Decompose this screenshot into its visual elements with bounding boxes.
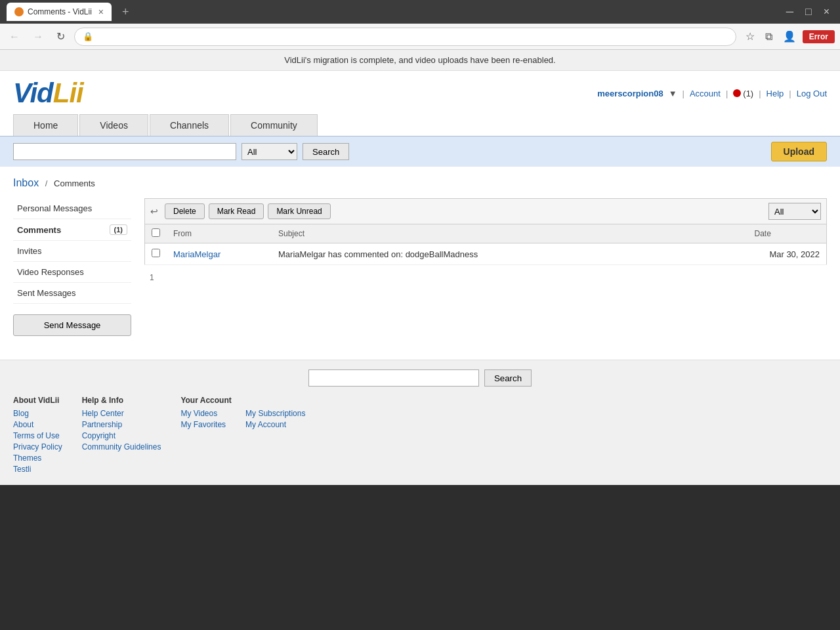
table-header-row: From Subject Date: [145, 224, 827, 243]
nav-tab-channels[interactable]: Channels: [150, 114, 229, 136]
page-content: Inbox / Comments Personal Messages Comme…: [0, 167, 840, 346]
footer-link-themes[interactable]: Themes: [13, 453, 62, 463]
search-filter-select[interactable]: All Videos Channels Users: [242, 143, 297, 160]
bookmark-icon[interactable]: ☆: [742, 28, 759, 45]
message-subject-link[interactable]: MariaMelgar has commented on: dodgeBallM…: [278, 249, 478, 259]
row-subject-cell: MariaMelgar has commented on: dodgeBallM…: [272, 243, 748, 265]
table-row[interactable]: MariaMelgar MariaMelgar has commented on…: [145, 243, 827, 265]
notification-icon-area[interactable]: (1): [733, 89, 753, 98]
extensions-icon[interactable]: ⧉: [761, 28, 776, 45]
footer-link-my-account[interactable]: My Account: [245, 420, 305, 429]
browser-toolbar: ← → ↻ 🔒 vidlii.com/inbox?page=comments ☆…: [0, 24, 840, 50]
col-header-date: Date: [748, 224, 827, 243]
site-logo[interactable]: VidLii: [13, 77, 83, 109]
account-link[interactable]: Account: [690, 89, 721, 98]
notification-bar: VidLii's migration is complete, and vide…: [0, 50, 840, 71]
error-badge[interactable]: Error: [803, 30, 835, 43]
footer-col-about: About VidLii Blog About Terms of Use Pri…: [13, 396, 62, 476]
reply-icon: ↩: [150, 206, 158, 217]
breadcrumb-inbox-link[interactable]: Inbox: [13, 177, 39, 188]
main-nav: Home Videos Channels Community: [13, 114, 827, 136]
logout-link[interactable]: Log Out: [797, 89, 827, 98]
sidebar-label-comments: Comments: [17, 225, 61, 235]
browser-titlebar: Comments - VidLii × + ─ □ ×: [0, 0, 840, 24]
browser-tab[interactable]: Comments - VidLii ×: [7, 3, 112, 21]
pagination: 1: [144, 270, 827, 285]
back-button[interactable]: ←: [5, 28, 24, 45]
footer-title-account: Your Account: [180, 396, 305, 405]
notification-text: VidLii's migration is complete, and vide…: [284, 55, 555, 65]
select-all-checkbox[interactable]: [152, 228, 160, 237]
footer-link-partnership[interactable]: Partnership: [82, 420, 161, 429]
search-input[interactable]: [13, 143, 236, 160]
tab-favicon-icon: [14, 7, 24, 16]
mark-unread-button[interactable]: Mark Unread: [268, 203, 330, 219]
inbox-filter-select[interactable]: All Read Unread: [768, 203, 821, 220]
sidebar-item-comments[interactable]: Comments (1): [13, 219, 131, 241]
forward-button[interactable]: →: [29, 28, 47, 45]
nav-tab-home[interactable]: Home: [13, 114, 78, 136]
restore-button[interactable]: □: [801, 3, 816, 20]
breadcrumb-current: Comments: [54, 178, 95, 188]
nav-tab-videos[interactable]: Videos: [79, 114, 148, 136]
footer-link-terms[interactable]: Terms of Use: [13, 431, 62, 440]
content-layout: Personal Messages Comments (1) Invites V…: [13, 198, 827, 336]
site-footer: Search About VidLii Blog About Terms of …: [0, 360, 840, 485]
notification-dot: [733, 89, 741, 97]
sender-link[interactable]: MariaMelgar: [173, 249, 220, 259]
dropdown-icon[interactable]: ▼: [669, 89, 677, 98]
footer-link-my-videos[interactable]: My Videos: [180, 409, 226, 418]
sidebar-item-video-responses[interactable]: Video Responses: [13, 262, 131, 283]
notification-count: (1): [743, 89, 753, 98]
footer-link-community-guidelines[interactable]: Community Guidelines: [82, 442, 161, 452]
minimize-button[interactable]: ─: [782, 3, 797, 20]
tab-close-button[interactable]: ×: [98, 7, 104, 17]
footer-link-about[interactable]: About: [13, 420, 62, 429]
header-top: VidLii meerscorpion08 ▼ | Account | (1) …: [13, 77, 827, 109]
nav-tab-community[interactable]: Community: [230, 114, 318, 136]
footer-search-button[interactable]: Search: [484, 369, 532, 387]
close-button[interactable]: ×: [820, 3, 833, 20]
url-input[interactable]: vidlii.com/inbox?page=comments: [97, 32, 728, 41]
header-user-area: meerscorpion08 ▼ | Account | (1) | Help …: [597, 89, 827, 98]
divider-2: |: [726, 89, 728, 98]
new-tab-button[interactable]: +: [117, 3, 135, 22]
username-link[interactable]: meerscorpion08: [597, 89, 663, 98]
footer-link-my-favorites[interactable]: My Favorites: [180, 420, 226, 429]
sidebar-label-video-responses: Video Responses: [17, 267, 84, 277]
tab-title: Comments - VidLii: [28, 7, 92, 16]
sidebar-item-sent-messages[interactable]: Sent Messages: [13, 283, 131, 304]
sidebar-label-invites: Invites: [17, 246, 42, 256]
footer-link-helpcenter[interactable]: Help Center: [82, 409, 161, 418]
help-link[interactable]: Help: [766, 89, 784, 98]
footer-title-help: Help & Info: [82, 396, 161, 405]
mark-read-button[interactable]: Mark Read: [209, 203, 264, 219]
divider-1: |: [682, 89, 684, 98]
footer-link-testli[interactable]: Testli: [13, 465, 62, 474]
breadcrumb-separator: /: [45, 178, 48, 188]
delete-button[interactable]: Delete: [165, 203, 205, 219]
footer-col-account: Your Account My Videos My Favorites My S…: [180, 396, 305, 476]
footer-link-blog[interactable]: Blog: [13, 409, 62, 418]
footer-search-input[interactable]: [308, 369, 479, 387]
inbox-toolbar: ↩ Delete Mark Read Mark Unread All Read …: [144, 198, 827, 224]
row-checkbox[interactable]: [152, 249, 160, 257]
search-bar: All Videos Channels Users Search Upload: [0, 136, 840, 167]
send-message-button[interactable]: Send Message: [13, 314, 131, 336]
search-button[interactable]: Search: [303, 143, 349, 160]
footer-link-privacy[interactable]: Privacy Policy: [13, 442, 62, 452]
refresh-button[interactable]: ↻: [52, 28, 69, 45]
browser-window: Comments - VidLii × + ─ □ × ← → ↻ 🔒 vidl…: [0, 0, 840, 630]
profile-icon[interactable]: 👤: [779, 28, 800, 45]
sidebar-item-invites[interactable]: Invites: [13, 241, 131, 262]
row-sender-cell: MariaMelgar: [167, 243, 272, 265]
sidebar-item-personal-messages[interactable]: Personal Messages: [13, 198, 131, 219]
sidebar-label-sent-messages: Sent Messages: [17, 288, 76, 298]
upload-button[interactable]: Upload: [771, 142, 827, 161]
divider-4: |: [789, 89, 791, 98]
sidebar: Personal Messages Comments (1) Invites V…: [13, 198, 131, 336]
footer-link-my-subscriptions[interactable]: My Subscriptions: [245, 409, 305, 418]
footer-link-copyright[interactable]: Copyright: [82, 431, 161, 440]
footer-col-help: Help & Info Help Center Partnership Copy…: [82, 396, 161, 476]
sidebar-label-personal-messages: Personal Messages: [17, 203, 92, 213]
